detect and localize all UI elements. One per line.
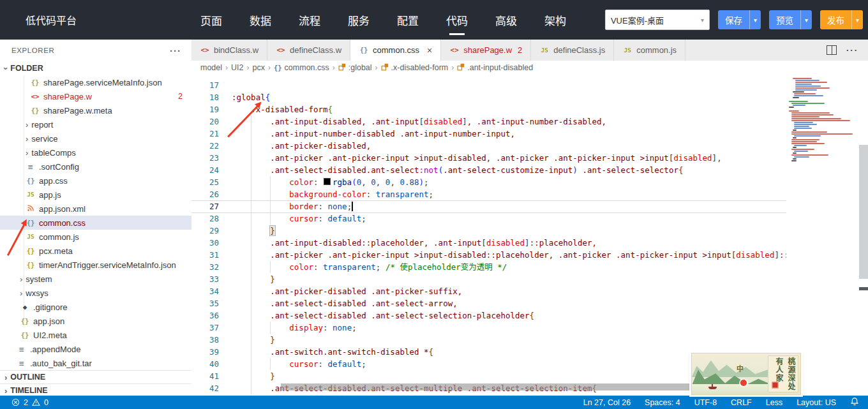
- chevron-down-icon[interactable]: ▾: [851, 10, 863, 29]
- code-line-23[interactable]: 23 .ant-picker .ant-picker-input >input-…: [191, 152, 795, 164]
- code-line-30[interactable]: 30 .ant-input-disabled::placeholder, .an…: [191, 237, 795, 249]
- line-number: 23: [191, 152, 219, 164]
- code-line-33[interactable]: 33 }: [191, 273, 795, 285]
- code-line-24[interactable]: 24 .ant-select-disabled.ant-select:not(.…: [191, 164, 795, 176]
- tab-bindClass.w[interactable]: <>bindClass.w: [191, 40, 267, 61]
- vertical-scrollbar[interactable]: [859, 145, 868, 279]
- code-line-35[interactable]: 35 .ant-select-disabled .ant-select-arro…: [191, 297, 795, 309]
- tab-common.js[interactable]: JScommon.js: [614, 40, 685, 61]
- timeline-section-header[interactable]: › TIMELINE: [0, 383, 191, 396]
- code-line-38[interactable]: 38 }: [191, 334, 795, 346]
- tab-common.css[interactable]: {}common.css×: [350, 40, 441, 61]
- errors-count: 2: [24, 398, 28, 407]
- nav-item-代码[interactable]: 代码: [446, 12, 468, 28]
- bell-icon[interactable]: [850, 397, 859, 408]
- code-line-26[interactable]: 26 background-color: transparent;: [191, 188, 795, 200]
- tree-item-app.css[interactable]: {}app.css: [0, 174, 191, 188]
- tab-defineClass.js[interactable]: JSdefineClass.js: [531, 40, 614, 61]
- breadcrumb-item-model[interactable]: model: [200, 63, 222, 72]
- css-symbol-icon: [381, 63, 389, 73]
- language-mode[interactable]: Less: [766, 398, 782, 407]
- code-line-37[interactable]: 37 display: none;: [191, 322, 795, 334]
- tree-item-label: pcx.meta: [39, 246, 73, 256]
- encoding[interactable]: UTF-8: [694, 398, 717, 407]
- tree-item-sharePage.w[interactable]: <>sharePage.w2: [0, 89, 191, 103]
- tree-item-.sortConfig[interactable]: ≡.sortConfig: [0, 160, 191, 174]
- scroll-cursor-marker: [859, 287, 868, 290]
- tree-item-app.json.xml[interactable]: app.json.xml: [0, 202, 191, 216]
- split-editor-icon[interactable]: [827, 45, 837, 55]
- tree-item-.gitignore[interactable]: ◆.gitignore: [0, 300, 191, 314]
- tree-item-system[interactable]: ›system: [0, 272, 191, 286]
- code-line-34[interactable]: 34 .ant-picker-disabled .ant-picker-suff…: [191, 285, 795, 297]
- tree-item-tableComps[interactable]: ›tableComps: [0, 145, 191, 160]
- nav-item-架构[interactable]: 架构: [544, 12, 566, 28]
- cursor-position[interactable]: Ln 27, Col 26: [583, 398, 631, 407]
- code-line-19[interactable]: 19 .x-disabled-form{: [191, 103, 795, 115]
- tree-item-sharePage.w.meta[interactable]: {}sharePage.w.meta: [0, 103, 191, 117]
- chevron-down-icon[interactable]: ▾: [800, 10, 812, 29]
- code-line-18[interactable]: 18:global{: [191, 91, 795, 103]
- outline-section-header[interactable]: › OUTLINE: [0, 370, 191, 383]
- explorer-more-icon[interactable]: ···: [170, 45, 181, 56]
- code-line-text: .x-disabled-form{: [232, 103, 333, 115]
- minimap[interactable]: [786, 75, 859, 396]
- breadcrumb-item-:global[interactable]: :global: [338, 63, 372, 73]
- tree-item-report[interactable]: ›report: [0, 117, 191, 131]
- chevron-down-icon[interactable]: ▾: [749, 10, 761, 29]
- close-icon[interactable]: ×: [427, 45, 432, 56]
- tree-item-pcx.meta[interactable]: {}pcx.meta: [0, 244, 191, 258]
- code-line-17[interactable]: 17: [191, 79, 795, 91]
- tree-item-common.css[interactable]: {}common.css: [0, 216, 191, 230]
- nav-item-数据[interactable]: 数据: [250, 12, 271, 28]
- tree-item-UI2.meta[interactable]: {}UI2.meta: [0, 328, 191, 342]
- tree-item-.auto_bak_git.tar[interactable]: ≡.auto_bak_git.tar: [0, 356, 191, 370]
- nav-item-配置[interactable]: 配置: [397, 12, 419, 28]
- code-line-22[interactable]: 22 .ant-picker-disabled,: [191, 140, 795, 152]
- tab-sharePage.w[interactable]: <>sharePage.w2: [441, 40, 531, 61]
- nav-item-服务[interactable]: 服务: [348, 12, 370, 28]
- code-line-25[interactable]: 25 color: rgba(0, 0, 0, 0.88);: [191, 176, 795, 188]
- breadcrumb-item-UI2[interactable]: UI2: [231, 63, 243, 72]
- css-symbol-icon: [338, 63, 346, 73]
- code-editor[interactable]: 1718:global{19 .x-disabled-form{20 .ant-…: [191, 75, 868, 396]
- tree-item-app.js[interactable]: JSapp.js: [0, 188, 191, 202]
- breadcrumb-item-.x-disabled-form[interactable]: .x-disabled-form: [381, 63, 449, 73]
- tree-item-app.json[interactable]: {}app.json: [0, 314, 191, 328]
- publish-button[interactable]: 发布▾: [820, 10, 863, 29]
- breadcrumb-item-pcx[interactable]: pcx: [253, 63, 265, 72]
- tree-item-service[interactable]: ›service: [0, 131, 191, 145]
- w-file-icon: <>: [276, 47, 286, 54]
- eol[interactable]: CRLF: [731, 398, 752, 407]
- code-line-21[interactable]: 21 .ant-input-number-disabled .ant-input…: [191, 128, 795, 140]
- folder-section-header[interactable]: › FOLDER: [0, 61, 191, 75]
- tree-item-common.js[interactable]: JScommon.js: [0, 230, 191, 244]
- nav-item-流程[interactable]: 流程: [299, 12, 320, 28]
- code-line-32[interactable]: 32 color: transparent; /* 使placeholder变为…: [191, 261, 795, 273]
- tree-item-timerAndTrigger.serviceMetaInfo.json[interactable]: {}timerAndTrigger.serviceMetaInfo.json: [0, 258, 191, 272]
- code-line-31[interactable]: 31 .ant-picker .ant-picker-input >input-…: [191, 249, 795, 261]
- more-actions-icon[interactable]: ···: [846, 45, 858, 55]
- save-button[interactable]: 保存▾: [718, 10, 761, 29]
- tree-item-label: .auto_bak_git.tar: [30, 359, 92, 368]
- tree-item-wxsys[interactable]: ›wxsys: [0, 286, 191, 300]
- code-line-27[interactable]: 27 border: none;: [191, 200, 795, 212]
- tree-item-.appendMode[interactable]: ≡.appendMode: [0, 342, 191, 356]
- minimap-line: [791, 112, 830, 114]
- code-line-20[interactable]: 20 .ant-input-disabled, .ant-input[disab…: [191, 115, 795, 128]
- tab-defineClass.w[interactable]: <>defineClass.w: [267, 40, 350, 61]
- code-line-36[interactable]: 36 .ant-select-disabled .ant-select-sele…: [191, 309, 795, 322]
- code-line-28[interactable]: 28 cursor: default;: [191, 212, 795, 225]
- preview-button[interactable]: 预览▾: [769, 10, 812, 29]
- status-right: Ln 27, Col 26Spaces: 4UTF-8CRLFLessLayou…: [583, 397, 859, 408]
- breadcrumb-item-.ant-input-disabled[interactable]: .ant-input-disabled: [457, 63, 533, 73]
- tree-item-sharePage.serviceMetaInfo.json[interactable]: {}sharePage.serviceMetaInfo.json: [0, 75, 191, 89]
- nav-item-页面[interactable]: 页面: [200, 12, 222, 28]
- indentation[interactable]: Spaces: 4: [645, 398, 680, 407]
- keyboard-layout[interactable]: Layout: US: [797, 398, 836, 407]
- breadcrumb-item-common.css[interactable]: {}common.css: [274, 63, 329, 72]
- project-select[interactable]: VUE案例-桌面 ▾: [605, 10, 710, 30]
- code-line-29[interactable]: 29 }: [191, 225, 795, 237]
- problems-status[interactable]: 20: [11, 398, 49, 407]
- nav-item-高级[interactable]: 高级: [495, 12, 517, 28]
